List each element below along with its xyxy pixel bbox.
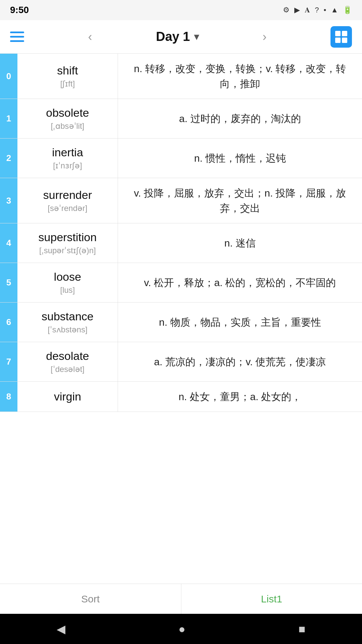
row-number: 2 (0, 139, 17, 178)
word-text: substance (42, 310, 94, 323)
word-cell: desolate [ˈdesələt] (17, 342, 118, 381)
word-text: inertia (52, 146, 83, 159)
status-time: 9:50 (10, 5, 29, 15)
table-row[interactable]: 6 substance [ˈsʌbstəns] n. 物质，物品，实质，主旨，重… (0, 303, 362, 342)
play-status-icon: ▶ (294, 6, 300, 14)
word-cell: virgin (17, 382, 118, 412)
table-row[interactable]: 8 virgin n. 处女，童男；a. 处女的， (0, 382, 362, 412)
definition-cell: n. 惯性，惰性，迟钝 (118, 139, 362, 178)
definition-text: n. 转移，改变，变换，转换；v. 转移，改变，转向，推卸 (126, 61, 354, 91)
definition-text: a. 荒凉的，凄凉的；v. 使荒芜，使凄凉 (154, 354, 326, 369)
table-row[interactable]: 7 desolate [ˈdesələt] a. 荒凉的，凄凉的；v. 使荒芜，… (0, 342, 362, 382)
table-row[interactable]: 3 surrender [səˈrendər] v. 投降，屈服，放弃，交出；n… (0, 178, 362, 223)
chevron-down-icon[interactable]: ▾ (194, 31, 199, 42)
definition-cell: n. 物质，物品，实质，主旨，重要性 (118, 303, 362, 342)
definition-cell: v. 松开，释放；a. 松的，宽松的，不牢固的 (118, 263, 362, 302)
row-number: 5 (0, 263, 17, 302)
definition-text: a. 过时的，废弃的，淘汰的 (179, 111, 301, 126)
grid-view-button[interactable] (330, 26, 352, 48)
signal-status-icon: ▲ (331, 6, 338, 14)
word-cell: superstition [ˌsupərˈstɪʃ(ə)n] (17, 223, 118, 263)
row-number: 7 (0, 342, 17, 381)
word-cell: obsolete [ˌɑbsəˈlit] (17, 99, 118, 138)
gear-status-icon: ⚙ (283, 6, 290, 14)
list1-label: List1 (261, 593, 282, 605)
nav-prev-area: ‹ (85, 28, 96, 46)
definition-text: v. 投降，屈服，放弃，交出；n. 投降，屈服，放弃，交出 (126, 185, 354, 216)
wifi-status-icon: ? (315, 6, 319, 14)
status-bar: 9:50 ⚙ ▶ 𝐀 ? • ▲ 🔋 (0, 0, 362, 20)
word-phonetic: [ˈsʌbstəns] (48, 325, 87, 334)
table-row[interactable]: 2 inertia [ɪˈnɜrʃə] n. 惯性，惰性，迟钝 (0, 139, 362, 178)
word-phonetic: [lus] (60, 285, 75, 295)
row-number: 6 (0, 303, 17, 342)
svg-rect-0 (335, 31, 341, 36)
word-text: virgin (54, 390, 81, 403)
word-cell: shift [ʃɪft] (17, 54, 118, 99)
definition-text: n. 迷信 (224, 235, 255, 251)
word-text: surrender (43, 189, 92, 202)
day-title: Day 1 (156, 30, 190, 44)
list1-tab[interactable]: List1 (181, 584, 362, 614)
row-number: 1 (0, 99, 17, 138)
row-number: 3 (0, 178, 17, 223)
word-phonetic: [ˌsupərˈstɪʃ(ə)n] (39, 246, 96, 255)
svg-rect-3 (342, 38, 347, 43)
sort-label: Sort (81, 593, 100, 605)
word-cell: surrender [səˈrendər] (17, 178, 118, 223)
sort-tab[interactable]: Sort (0, 584, 181, 614)
word-text: obsolete (46, 106, 89, 119)
word-phonetic: [ˌɑbsəˈlit] (51, 121, 84, 131)
definition-cell: v. 投降，屈服，放弃，交出；n. 投降，屈服，放弃，交出 (118, 178, 362, 223)
definition-text: n. 物质，物品，实质，主旨，重要性 (159, 315, 321, 330)
table-row[interactable]: 1 obsolete [ˌɑbsəˈlit] a. 过时的，废弃的，淘汰的 (0, 99, 362, 139)
android-recent-button[interactable]: ■ (299, 623, 306, 636)
definition-text: v. 松开，释放；a. 松的，宽松的，不牢固的 (144, 275, 336, 290)
definition-cell: n. 处女，童男；a. 处女的， (118, 382, 362, 412)
prev-button[interactable]: ‹ (85, 28, 96, 46)
bottom-tab-bar: Sort List1 (0, 584, 362, 614)
row-number: 8 (0, 382, 17, 412)
nav-title-area: Day 1 ▾ (156, 30, 198, 44)
definition-text: n. 惯性，惰性，迟钝 (194, 151, 286, 166)
row-number: 4 (0, 223, 17, 263)
android-back-button[interactable]: ◀ (57, 622, 65, 636)
word-phonetic: [ˈdesələt] (51, 365, 84, 374)
android-home-button[interactable]: ● (178, 623, 185, 636)
word-cell: inertia [ɪˈnɜrʃə] (17, 139, 118, 178)
next-button[interactable]: › (259, 28, 270, 46)
nav-next-area: › (259, 28, 270, 46)
definition-cell: a. 荒凉的，凄凉的；v. 使荒芜，使凄凉 (118, 342, 362, 381)
svg-rect-2 (335, 38, 341, 43)
word-text: loose (54, 270, 81, 283)
table-row[interactable]: 0 shift [ʃɪft] n. 转移，改变，变换，转换；v. 转移，改变，转… (0, 54, 362, 99)
word-cell: loose [lus] (17, 263, 118, 302)
menu-button[interactable] (10, 32, 24, 42)
word-phonetic: [ʃɪft] (60, 79, 75, 89)
status-icons: ⚙ ▶ 𝐀 ? • ▲ 🔋 (283, 6, 352, 14)
nav-bar: ‹ Day 1 ▾ › (0, 20, 362, 54)
dot-status-icon: • (324, 6, 326, 14)
svg-rect-1 (342, 31, 347, 36)
word-text: desolate (46, 350, 89, 363)
definition-cell: a. 过时的，废弃的，淘汰的 (118, 99, 362, 138)
definition-cell: n. 迷信 (118, 223, 362, 263)
word-phonetic: [ɪˈnɜrʃə] (53, 161, 82, 170)
word-phonetic: [səˈrendər] (48, 204, 87, 213)
font-status-icon: 𝐀 (305, 6, 310, 14)
battery-status-icon: 🔋 (343, 6, 352, 14)
word-text: superstition (39, 231, 97, 244)
row-number: 0 (0, 54, 17, 99)
table-row[interactable]: 4 superstition [ˌsupərˈstɪʃ(ə)n] n. 迷信 (0, 223, 362, 263)
word-text: shift (57, 64, 78, 77)
word-list: 0 shift [ʃɪft] n. 转移，改变，变换，转换；v. 转移，改变，转… (0, 54, 362, 412)
definition-text: n. 处女，童男；a. 处女的， (179, 389, 302, 404)
word-cell: substance [ˈsʌbstəns] (17, 303, 118, 342)
table-row[interactable]: 5 loose [lus] v. 松开，释放；a. 松的，宽松的，不牢固的 (0, 263, 362, 303)
definition-cell: n. 转移，改变，变换，转换；v. 转移，改变，转向，推卸 (118, 54, 362, 99)
android-nav-bar: ◀ ● ■ (0, 614, 362, 644)
